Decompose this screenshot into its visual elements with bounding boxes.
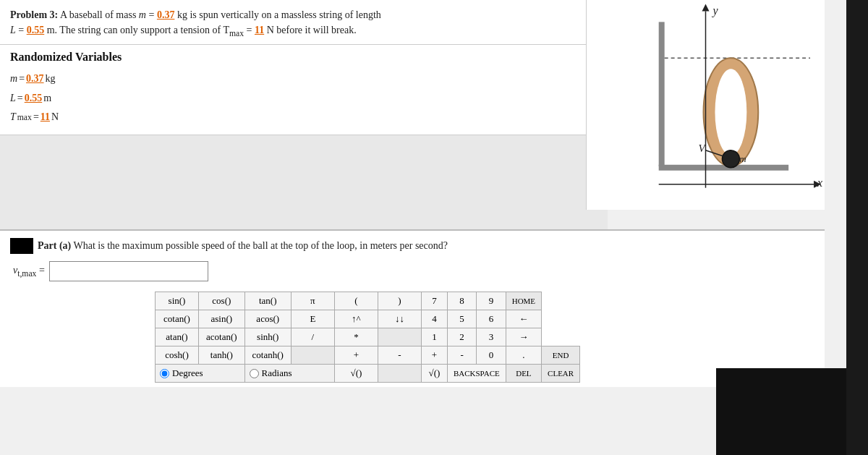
m-label: m xyxy=(739,153,746,164)
problem-T-value: 11 xyxy=(255,25,264,35)
key-home[interactable]: HOME xyxy=(506,292,541,310)
black-overlay xyxy=(716,368,846,455)
key-pi[interactable]: π xyxy=(291,292,334,310)
ball xyxy=(722,150,739,168)
var-m-name: m xyxy=(10,69,17,89)
key-6[interactable]: 6 xyxy=(477,310,506,328)
key-div[interactable]: / xyxy=(291,328,334,346)
problem-m-unit: kg is spun vertically on a massless stri… xyxy=(174,9,380,20)
key-sin[interactable]: sin() xyxy=(156,292,199,310)
y-axis-label: y xyxy=(711,4,718,17)
key-3[interactable]: 3 xyxy=(477,328,506,346)
key-tanh[interactable]: tanh() xyxy=(199,346,245,365)
part-a-text: Part (a) What is the maximum possible sp… xyxy=(38,240,448,252)
key-tan[interactable]: tan() xyxy=(244,292,291,310)
key-0[interactable]: 0 xyxy=(477,346,506,365)
problem-number: Problem 3: xyxy=(10,9,58,20)
diagram-svg: y x xyxy=(587,0,825,210)
key-E[interactable]: E xyxy=(291,310,334,328)
key-minus2[interactable]: - xyxy=(447,346,476,365)
degrees-label: Degrees xyxy=(172,367,203,379)
variable-m: m = 0.37 kg xyxy=(10,69,597,89)
key-close-paren[interactable]: ) xyxy=(378,292,421,310)
var-L-name: L xyxy=(10,89,16,109)
input-label: vt,max = xyxy=(13,265,45,278)
radians-label: Radians xyxy=(262,367,292,379)
key-5[interactable]: 5 xyxy=(447,310,476,328)
var-T-unit: N xyxy=(51,108,59,127)
right-black-panel xyxy=(846,0,868,455)
radians-radio[interactable] xyxy=(250,369,259,378)
key-asin[interactable]: asin() xyxy=(199,310,245,328)
diagram-area: y x xyxy=(586,0,825,210)
part-a-question: What is the maximum possible speed of th… xyxy=(74,240,448,251)
problem-T-sub: max xyxy=(229,29,244,38)
key-sqrt[interactable]: √() xyxy=(334,365,378,383)
var-L-value: 0.55 xyxy=(25,89,43,109)
var-L-unit: m xyxy=(43,89,51,109)
variable-Tmax: Tmax = 11 N xyxy=(10,108,597,127)
variable-list: m = 0.37 kg L = 0.55 m Tmax = 11 xyxy=(10,69,597,127)
key-subscript[interactable]: ↓↓ xyxy=(378,310,421,328)
key-clear[interactable]: CLEAR xyxy=(542,365,580,383)
var-T-value: 11 xyxy=(41,108,50,127)
key-acotan[interactable]: acotan() xyxy=(199,328,245,346)
key-mult[interactable]: * xyxy=(334,328,378,346)
problem-m-label: m xyxy=(139,9,146,20)
problem-L-value: 0.55 xyxy=(27,25,45,35)
key-9[interactable]: 9 xyxy=(477,292,506,310)
problem-L-label: L xyxy=(10,25,16,35)
degrees-radio[interactable] xyxy=(160,369,169,378)
key-right-arrow[interactable]: → xyxy=(506,328,541,346)
key-superscript[interactable]: ↑^ xyxy=(334,310,378,328)
randomized-section: Randomized Variables m = 0.37 kg L = 0.5… xyxy=(0,45,608,135)
y-arrow xyxy=(702,4,710,11)
function-keys-table: sin() cos() tan() π ( ) cotan() asin() a… xyxy=(155,292,422,383)
key-1[interactable]: 1 xyxy=(421,328,447,346)
key-degrees-row: Degrees xyxy=(156,365,245,383)
key-backspace[interactable]: BACKSPACE xyxy=(447,365,506,383)
key-del[interactable]: DEL xyxy=(506,365,541,383)
key-left-arrow[interactable]: ← xyxy=(506,310,541,328)
numpad-table: 7 8 9 HOME 4 5 6 ← 1 2 3 xyxy=(421,292,580,383)
key-acos[interactable]: acos() xyxy=(244,310,291,328)
key-4[interactable]: 4 xyxy=(421,310,447,328)
var-m-equals: = xyxy=(19,69,25,89)
problem-L-equals: = xyxy=(16,25,27,35)
problem-L-unit: m. The string can only support a tension… xyxy=(44,25,223,35)
key-end[interactable]: END xyxy=(542,346,580,365)
loop-inner xyxy=(715,69,746,156)
wall-vertical xyxy=(659,22,665,166)
key-8[interactable]: 8 xyxy=(447,292,476,310)
answer-input[interactable] xyxy=(49,261,208,281)
part-a-section: Part (a) What is the maximum possible sp… xyxy=(0,229,825,387)
var-m-value: 0.37 xyxy=(26,69,44,89)
problem-desc-before: A baseball of mass xyxy=(60,9,139,20)
key-plus2[interactable]: + xyxy=(421,346,447,365)
problem-T-equals: = xyxy=(244,25,255,35)
floor-horizontal xyxy=(659,165,788,171)
radians-radio-label[interactable]: Radians xyxy=(250,367,330,379)
key-cotanh[interactable]: cotanh() xyxy=(244,346,291,365)
var-T-sub: max xyxy=(17,110,32,126)
key-cos[interactable]: cos() xyxy=(199,292,245,310)
variable-L: L = 0.55 m xyxy=(10,89,597,109)
key-sqrt2[interactable]: √() xyxy=(421,365,447,383)
var-L-equals: = xyxy=(17,89,23,109)
key-2[interactable]: 2 xyxy=(447,328,476,346)
key-open-paren[interactable]: ( xyxy=(334,292,378,310)
key-sinh[interactable]: sinh() xyxy=(244,328,291,346)
key-minus[interactable]: - xyxy=(378,346,421,365)
key-atan[interactable]: atan() xyxy=(156,328,199,346)
problem-section: Problem 3: A baseball of mass m = 0.37 k… xyxy=(0,0,608,45)
var-T-equals: = xyxy=(33,108,39,127)
key-plus[interactable]: + xyxy=(334,346,378,365)
key-cotan[interactable]: cotan() xyxy=(156,310,199,328)
key-empty3 xyxy=(378,365,421,383)
part-label-row: Part (a) What is the maximum possible sp… xyxy=(10,238,814,254)
key-cosh[interactable]: cosh() xyxy=(156,346,199,365)
key-dot[interactable]: . xyxy=(506,346,541,365)
degrees-radio-label[interactable]: Degrees xyxy=(160,367,240,379)
part-black-box xyxy=(10,238,33,254)
key-7[interactable]: 7 xyxy=(421,292,447,310)
